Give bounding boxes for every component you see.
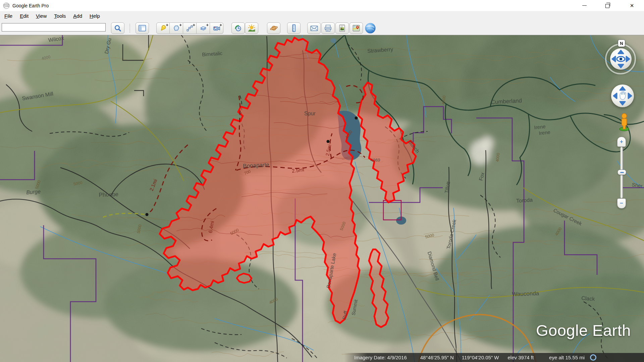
- north-indicator[interactable]: N: [618, 40, 625, 47]
- toolbar: + + + + +: [0, 21, 644, 35]
- menu-tools[interactable]: Tools: [50, 12, 69, 20]
- save-image-button[interactable]: [335, 22, 349, 34]
- menu-help[interactable]: Help: [86, 12, 104, 20]
- look-up-arrow-icon: [618, 50, 624, 54]
- search-button[interactable]: [111, 22, 124, 34]
- search-icon: [114, 24, 121, 32]
- eye-altitude: eye alt 15.55 mi: [549, 355, 585, 360]
- longitude: 119°04'20.05" W: [462, 355, 499, 360]
- restore-icon: [605, 4, 609, 8]
- minus-icon: −: [620, 200, 623, 207]
- zoom-in-button[interactable]: +: [617, 137, 626, 147]
- map-label: Clack: [581, 295, 595, 302]
- move-down-arrow-icon: [620, 102, 625, 105]
- map-label: Toroda: [516, 197, 533, 203]
- plus-icon: +: [620, 138, 623, 145]
- earth-view-button[interactable]: [364, 22, 376, 34]
- tiny-pond: [330, 38, 336, 43]
- menu-edit[interactable]: Edit: [16, 12, 32, 20]
- hand-icon: [620, 92, 626, 100]
- historical-imagery-clock-icon: [234, 24, 242, 32]
- ruler-button[interactable]: [287, 22, 301, 34]
- minimize-button[interactable]: [575, 0, 594, 11]
- toolbar-separator: [129, 24, 130, 33]
- add-placemark-button[interactable]: +: [156, 22, 170, 34]
- handle-dash-icon: [620, 172, 624, 173]
- move-up-arrow-icon: [620, 87, 625, 90]
- close-button[interactable]: ✕: [621, 0, 643, 11]
- elevation: elev 3974 ft: [508, 355, 534, 360]
- map-label: Spur: [304, 111, 316, 116]
- saturn-planet-icon: [270, 24, 278, 32]
- email-envelope-icon: [310, 24, 318, 32]
- record-tour-button[interactable]: +: [210, 22, 223, 34]
- map-label: Irene: [534, 123, 546, 130]
- move-right-arrow-icon: [628, 93, 632, 99]
- menu-add[interactable]: Add: [69, 12, 86, 20]
- sunlight-button[interactable]: [245, 22, 258, 34]
- look-right-arrow-icon: [626, 56, 630, 62]
- map-label: Phoebe: [99, 191, 118, 198]
- print-button[interactable]: [321, 22, 335, 34]
- imagery-date: Imagery Date: 4/9/2016: [354, 355, 407, 360]
- email-button[interactable]: [307, 22, 321, 34]
- google-earth-logo: Google Earth: [536, 321, 631, 340]
- map-label: 4869: [371, 158, 380, 163]
- streaming-indicator-icon: [590, 354, 596, 361]
- earth-globe-icon: [364, 22, 376, 34]
- add-image-overlay-button[interactable]: +: [197, 22, 210, 34]
- image-overlay-icon: [200, 24, 207, 32]
- move-joystick[interactable]: [610, 84, 635, 108]
- look-joystick[interactable]: N: [604, 40, 638, 78]
- printer-icon: [324, 24, 332, 32]
- zoom-out-button[interactable]: −: [617, 198, 626, 208]
- google-maps-icon: [352, 24, 360, 32]
- look-left-arrow-icon: [612, 56, 615, 62]
- menu-bar: File Edit View Tools Add Help: [0, 11, 644, 21]
- toggle-sidebar-button[interactable]: [136, 22, 149, 34]
- move-left-arrow-icon: [613, 93, 617, 99]
- window-title: Google Earth Pro: [12, 3, 49, 8]
- status-bar: Imagery Date: 4/9/2016 48°46'25.95" N 11…: [344, 353, 644, 362]
- sidebar-panel-icon: [138, 24, 146, 32]
- map-label: 4000: [495, 153, 501, 162]
- look-down-arrow-icon: [618, 64, 624, 68]
- path-icon: [186, 24, 194, 32]
- add-polygon-button[interactable]: +: [170, 22, 183, 34]
- close-icon: ✕: [630, 3, 634, 9]
- map-label: Irene: [539, 129, 551, 136]
- map-label: e National Forest: [432, 346, 471, 353]
- search-input[interactable]: [2, 23, 106, 32]
- fire-perimeter-island: [237, 274, 252, 283]
- sun-icon: [248, 24, 256, 32]
- latitude: 48°46'25.95" N: [420, 355, 454, 360]
- map-label: 4000: [441, 95, 447, 105]
- minimize-icon: [582, 5, 587, 6]
- zoom-handle[interactable]: [618, 170, 626, 175]
- title-bar: Google Earth Pro ✕: [0, 0, 644, 11]
- menu-file[interactable]: File: [1, 12, 16, 20]
- restore-button[interactable]: [598, 0, 617, 11]
- zoom-slider[interactable]: + −: [617, 137, 626, 208]
- map-label: Wauconda: [512, 290, 539, 298]
- add-path-button[interactable]: +: [183, 22, 197, 34]
- historical-imagery-button[interactable]: [231, 22, 245, 34]
- google-earth-app-icon: [3, 2, 10, 9]
- save-image-icon: [338, 24, 346, 32]
- planets-button[interactable]: [267, 22, 280, 34]
- pegman-head: [622, 114, 627, 119]
- pegman-street-view[interactable]: [618, 112, 630, 131]
- menu-view[interactable]: View: [32, 12, 50, 20]
- map-viewport[interactable]: WilcoxDry GuSwanson Mill4000BimetalicStr…: [0, 35, 644, 362]
- ruler-icon: [290, 24, 298, 32]
- polygon-icon: [173, 24, 180, 32]
- view-in-google-maps-button[interactable]: [350, 22, 363, 34]
